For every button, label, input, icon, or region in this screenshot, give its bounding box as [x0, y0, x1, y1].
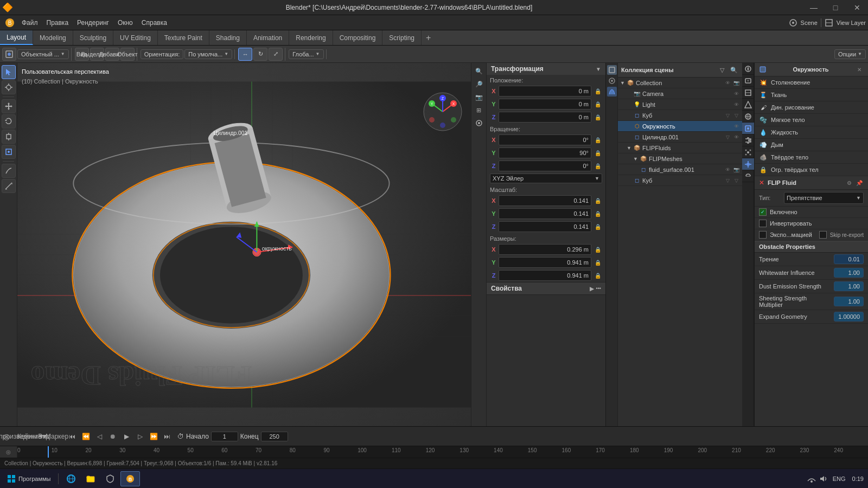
- physics-collision[interactable]: 💥 Столкновение: [755, 76, 868, 89]
- outliner-item-camera[interactable]: 📷 Camera 👁: [618, 88, 742, 99]
- props-tab-output[interactable]: [742, 75, 754, 87]
- taskbar-security[interactable]: [101, 471, 119, 486]
- physics-soft-body[interactable]: 🫧 Мягкое тело: [755, 114, 868, 126]
- tab-shading[interactable]: Shading: [209, 30, 247, 45]
- orientation-selector[interactable]: По умолча... ▼: [184, 49, 232, 59]
- flip-export-checkbox[interactable]: [759, 231, 767, 239]
- props-tab-render[interactable]: [742, 63, 754, 75]
- props-tab-constraints[interactable]: [742, 170, 754, 182]
- prev-frame-btn[interactable]: ◁: [93, 431, 105, 442]
- physics-rigid-body-constraint[interactable]: 🔒 Огр. твёрдых тел: [755, 164, 868, 176]
- language-indicator[interactable]: ENG: [831, 476, 848, 482]
- cam-btn[interactable]: 📷: [473, 91, 485, 103]
- flip-invert-checkbox[interactable]: [759, 220, 767, 227]
- end-frame[interactable]: 250: [261, 432, 288, 441]
- mode-selector[interactable]: Объектный ... ▼: [17, 49, 69, 59]
- pos-z-lock[interactable]: 🔒: [593, 112, 602, 123]
- flip-skip-checkbox[interactable]: [819, 231, 827, 239]
- viewport[interactable]: Цилиндр.001 окружность: [17, 63, 486, 426]
- menu-window[interactable]: Окно: [113, 15, 137, 30]
- properties-section-header[interactable]: Свойства ▶ •••: [487, 282, 605, 294]
- outliner-item-flipfluids[interactable]: ▼ 📦 FLIPFluids: [618, 143, 742, 153]
- tab-layout[interactable]: Layout: [0, 30, 33, 45]
- physics-rigid-body[interactable]: 🪨 Твёрдое тело: [755, 151, 868, 164]
- scale-y[interactable]: 0.141: [499, 208, 591, 219]
- flip-settings-icon[interactable]: ⚙: [845, 178, 853, 187]
- vis-eye[interactable]: 👁: [724, 79, 731, 87]
- props-tab-view-layer[interactable]: [742, 87, 754, 99]
- menu-help[interactable]: Справка: [137, 15, 171, 30]
- outliner-item-cylinder[interactable]: ◻ Цилиндр.001 ▽ 👁: [618, 132, 742, 143]
- tool-measure[interactable]: [2, 179, 16, 193]
- pivot-selector[interactable]: Глоба... ▼: [289, 49, 323, 59]
- rot-z[interactable]: 0°: [499, 160, 591, 171]
- transform-move-btn[interactable]: ↔: [238, 48, 252, 61]
- tab-sculpting[interactable]: Sculpting: [73, 30, 113, 45]
- rot-y-lock[interactable]: 🔒: [593, 147, 602, 158]
- scale-z[interactable]: 0.141: [499, 221, 591, 232]
- props-tab-world[interactable]: [742, 111, 754, 123]
- scale-z-lock[interactable]: 🔒: [593, 221, 602, 232]
- record-btn[interactable]: ⏺: [107, 431, 119, 442]
- close-button[interactable]: ✕: [846, 0, 868, 15]
- rot-z-lock[interactable]: 🔒: [593, 160, 602, 171]
- pos-x[interactable]: 0 m: [499, 86, 591, 97]
- outliner-item-flipmeshes[interactable]: ▼ 📦 FLIPMeshes: [618, 153, 742, 164]
- outliner-item-kub[interactable]: ◻ Куб ▽ ▽: [618, 110, 742, 121]
- pos-z[interactable]: 0 m: [499, 112, 591, 123]
- prev-keyframe-btn[interactable]: ⏪: [80, 431, 92, 442]
- pos-y[interactable]: 0 m: [499, 99, 591, 110]
- friction-value[interactable]: 0.01: [834, 254, 864, 264]
- expand-value[interactable]: 1.00000: [834, 312, 864, 322]
- menu-edit[interactable]: Правка: [42, 15, 73, 30]
- vis-render[interactable]: 📷: [732, 79, 740, 87]
- start-frame[interactable]: 1: [211, 432, 238, 441]
- tool-rotate[interactable]: [2, 114, 16, 129]
- tab-texture-paint[interactable]: Texture Paint: [158, 30, 209, 45]
- physics-dynamic-paint[interactable]: 🖌 Дин. рисование: [755, 101, 868, 114]
- tool-cursor[interactable]: [2, 80, 16, 94]
- transform-header[interactable]: Трансформация ▼: [487, 63, 605, 75]
- taskbar-ie[interactable]: [62, 471, 80, 486]
- dim-y[interactable]: 0.941 m: [499, 257, 591, 268]
- options-btn[interactable]: Опции ▼: [834, 49, 866, 59]
- sidebar-tab-flip[interactable]: [607, 87, 617, 97]
- outliner-item-collection[interactable]: ▼ 📦 Collection 👁 📷: [618, 78, 742, 88]
- tool-scale[interactable]: [2, 130, 16, 144]
- menu-render[interactable]: Рендеринг: [73, 15, 113, 30]
- render-btn[interactable]: [473, 117, 485, 129]
- minimize-button[interactable]: —: [803, 0, 825, 15]
- sheeting-value[interactable]: 1.00: [834, 297, 864, 306]
- props-tab-modifiers[interactable]: [742, 134, 754, 146]
- flip-type-selector[interactable]: Препятствие ▼: [784, 192, 864, 204]
- dim-z[interactable]: 0.941 m: [499, 270, 591, 281]
- rot-x-lock[interactable]: 🔒: [593, 134, 602, 145]
- object-menu-btn[interactable]: Объект: [120, 48, 135, 61]
- tab-animation[interactable]: Animation: [247, 30, 289, 45]
- rot-y[interactable]: 90°: [499, 147, 591, 158]
- skip-start-btn[interactable]: ⏮: [66, 431, 78, 442]
- tab-rendering[interactable]: Rendering: [289, 30, 333, 45]
- menu-file[interactable]: Файл: [17, 15, 42, 30]
- scale-x[interactable]: 0.141: [499, 195, 591, 206]
- rot-x[interactable]: 0°: [499, 134, 591, 145]
- rotation-mode-selector[interactable]: XYZ Эйлер ▼: [490, 174, 602, 183]
- flip-panel-options[interactable]: ✕: [855, 65, 864, 74]
- tab-scripting[interactable]: Scripting: [382, 30, 422, 45]
- dim-x[interactable]: 0.296 m: [499, 244, 591, 255]
- outliner-filter[interactable]: ▽: [717, 65, 727, 75]
- dim-z-lock[interactable]: 🔒: [593, 270, 602, 281]
- next-keyframe-btn[interactable]: ⏩: [148, 431, 159, 442]
- zoom-out-btn[interactable]: 🔎: [473, 78, 485, 90]
- outliner-item-kub2[interactable]: ◻ Куб ▽ ▽: [618, 175, 742, 186]
- play-btn[interactable]: ▶: [120, 431, 132, 442]
- scale-x-lock[interactable]: 🔒: [593, 195, 602, 206]
- physics-fluid[interactable]: 💧 Жидкость: [755, 126, 868, 139]
- menu-marker[interactable]: Маркер: [51, 431, 63, 442]
- frame-btn[interactable]: ⊞: [473, 104, 485, 116]
- transform-scale-btn[interactable]: ⤢: [269, 48, 283, 61]
- next-frame-btn[interactable]: ▷: [134, 431, 146, 442]
- tab-uv-editing[interactable]: UV Editing: [113, 30, 158, 45]
- tool-move[interactable]: [2, 99, 16, 113]
- whitewater-value[interactable]: 1.00: [834, 268, 864, 278]
